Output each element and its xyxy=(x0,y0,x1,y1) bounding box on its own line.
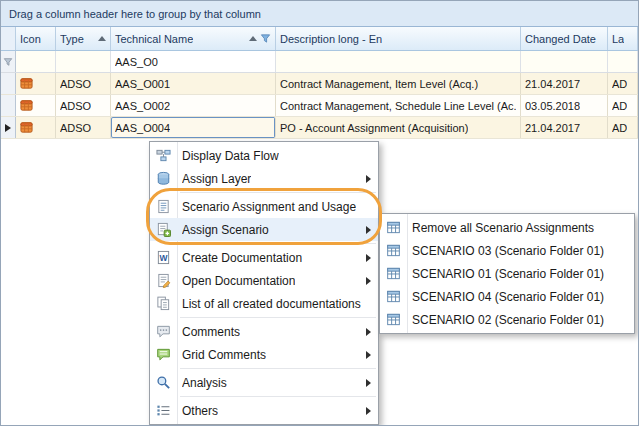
menu-item-label: Comments xyxy=(182,325,240,339)
adso-icon xyxy=(20,77,33,90)
menu-item-comments[interactable]: Comments xyxy=(150,320,378,343)
menu-separator xyxy=(180,396,376,397)
grid-header-row: Icon Type Technical Name Description lon… xyxy=(1,27,638,51)
cell-changed-date[interactable]: 21.04.2017 xyxy=(521,73,608,94)
filter-funnel-icon[interactable] xyxy=(260,33,271,44)
current-row-arrow-icon xyxy=(5,124,11,132)
menu-item-assign-layer[interactable]: Assign Layer xyxy=(150,167,378,190)
cell-type[interactable]: ADSO xyxy=(56,117,111,138)
open-document-icon xyxy=(155,273,171,289)
cell-changed-date[interactable]: 21.04.2017 xyxy=(521,117,608,138)
submenu-item-scenario-03[interactable]: SCENARIO 03 (Scenario Folder 01) xyxy=(380,239,634,262)
cell-icon[interactable] xyxy=(16,95,56,116)
table-row: ADSO AAS_O002 Contract Management, Sched… xyxy=(1,95,638,117)
filter-cell-icon[interactable] xyxy=(16,51,56,72)
submenu-item-label: SCENARIO 01 (Scenario Folder 01) xyxy=(412,267,604,281)
menu-item-label: Display Data Flow xyxy=(182,149,279,163)
cell-technical-name-focused[interactable]: AAS_O004 xyxy=(111,117,276,138)
submenu-arrow-icon xyxy=(366,226,371,234)
submenu-item-scenario-01[interactable]: SCENARIO 01 (Scenario Folder 01) xyxy=(380,262,634,285)
submenu-arrow-icon xyxy=(366,328,371,336)
menu-item-label: Analysis xyxy=(182,376,227,390)
menu-item-label: Assign Layer xyxy=(182,172,251,186)
menu-item-create-documentation[interactable]: W Create Documentation xyxy=(150,246,378,269)
filter-cell-description[interactable] xyxy=(276,51,521,72)
filter-row-funnel-icon xyxy=(3,57,13,67)
cell-type[interactable]: ADSO xyxy=(56,73,111,94)
menu-separator xyxy=(180,317,376,318)
menu-item-assign-scenario[interactable]: Assign Scenario xyxy=(150,218,378,241)
context-menu: Display Data Flow Assign Layer Scenario … xyxy=(149,141,379,425)
submenu-arrow-icon xyxy=(366,175,371,183)
column-header-description[interactable]: Description long - En xyxy=(276,27,521,50)
cell-description[interactable]: Contract Management, Schedule Line Level… xyxy=(276,95,521,116)
cell-type[interactable]: ADSO xyxy=(56,95,111,116)
cell-technical-name[interactable]: AAS_O001 xyxy=(111,73,276,94)
menu-separator xyxy=(180,243,376,244)
submenu-arrow-icon xyxy=(366,351,371,359)
submenu-item-scenario-02[interactable]: SCENARIO 02 (Scenario Folder 01) xyxy=(380,308,634,331)
layers-icon xyxy=(155,171,171,187)
menu-item-grid-comments[interactable]: Grid Comments xyxy=(150,343,378,366)
comment-icon xyxy=(155,324,171,340)
submenu-item-scenario-04[interactable]: SCENARIO 04 (Scenario Folder 01) xyxy=(380,285,634,308)
filter-cell-type[interactable] xyxy=(56,51,111,72)
scenario-usage-icon xyxy=(155,199,171,215)
menu-item-open-documentation[interactable]: Open Documentation xyxy=(150,269,378,292)
submenu-item-remove-all-assignments[interactable]: Remove all Scenario Assignments xyxy=(380,216,634,239)
table-row: ADSO AAS_O004 PO - Account Assignment (A… xyxy=(1,117,638,139)
submenu-arrow-icon xyxy=(366,379,371,387)
row-indicator[interactable] xyxy=(1,73,16,94)
cell-description[interactable]: Contract Management, Item Level (Acq.) xyxy=(276,73,521,94)
cell-last-changed[interactable]: AD xyxy=(608,117,638,138)
filter-cell-last-changed[interactable] xyxy=(608,51,638,72)
others-icon xyxy=(155,403,171,419)
menu-item-scenario-assignment-usage[interactable]: Scenario Assignment and Usage xyxy=(150,195,378,218)
submenu-item-label: Remove all Scenario Assignments xyxy=(412,221,594,235)
document-list-icon xyxy=(155,296,171,312)
analysis-icon xyxy=(155,375,171,391)
grid-comment-icon xyxy=(155,347,171,363)
svg-text:W: W xyxy=(159,253,167,263)
cell-changed-date[interactable]: 03.05.2018 xyxy=(521,95,608,116)
scenario-table-icon xyxy=(385,243,401,259)
data-flow-icon xyxy=(155,148,171,164)
group-by-hint: Drag a column header here to group by th… xyxy=(9,8,261,20)
row-indicator[interactable] xyxy=(1,95,16,116)
column-header-type[interactable]: Type xyxy=(56,27,111,50)
group-by-bar[interactable]: Drag a column header here to group by th… xyxy=(1,1,638,27)
menu-item-list-documentations[interactable]: List of all created documentations xyxy=(150,292,378,315)
submenu-arrow-icon xyxy=(366,407,371,415)
submenu-arrow-icon xyxy=(366,254,371,262)
menu-item-label: Open Documentation xyxy=(182,274,295,288)
scenario-table-icon xyxy=(385,312,401,328)
cell-description[interactable]: PO - Account Assignment (Acquisition) xyxy=(276,117,521,138)
cell-icon[interactable] xyxy=(16,117,56,138)
header-row-selector xyxy=(1,27,16,50)
cell-last-changed[interactable]: AD xyxy=(608,95,638,116)
menu-item-label: Others xyxy=(182,404,218,418)
filter-cell-changed-date[interactable] xyxy=(521,51,608,72)
adso-icon xyxy=(20,99,33,112)
column-header-icon[interactable]: Icon xyxy=(16,27,56,50)
menu-item-label: Grid Comments xyxy=(182,348,266,362)
row-indicator-current[interactable] xyxy=(1,117,16,138)
column-header-changed-date[interactable]: Changed Date xyxy=(521,27,608,50)
cell-icon[interactable] xyxy=(16,73,56,94)
menu-item-others[interactable]: Others xyxy=(150,399,378,422)
cell-last-changed[interactable]: AD xyxy=(608,73,638,94)
menu-item-label: Assign Scenario xyxy=(182,223,269,237)
menu-item-analysis[interactable]: Analysis xyxy=(150,371,378,394)
app-window: Drag a column header here to group by th… xyxy=(0,0,639,426)
word-document-icon: W xyxy=(155,250,171,266)
menu-separator xyxy=(180,192,376,193)
column-header-last-changed[interactable]: La xyxy=(608,27,638,50)
scenario-table-icon xyxy=(385,220,401,236)
cell-technical-name[interactable]: AAS_O002 xyxy=(111,95,276,116)
submenu-item-label: SCENARIO 03 (Scenario Folder 01) xyxy=(412,244,604,258)
menu-item-display-data-flow[interactable]: Display Data Flow xyxy=(150,144,378,167)
column-header-technical-name[interactable]: Technical Name xyxy=(111,27,276,50)
scenario-table-icon xyxy=(385,266,401,282)
menu-item-label: List of all created documentations xyxy=(182,297,361,311)
filter-cell-technical-name[interactable]: AAS_O0 xyxy=(111,51,276,72)
